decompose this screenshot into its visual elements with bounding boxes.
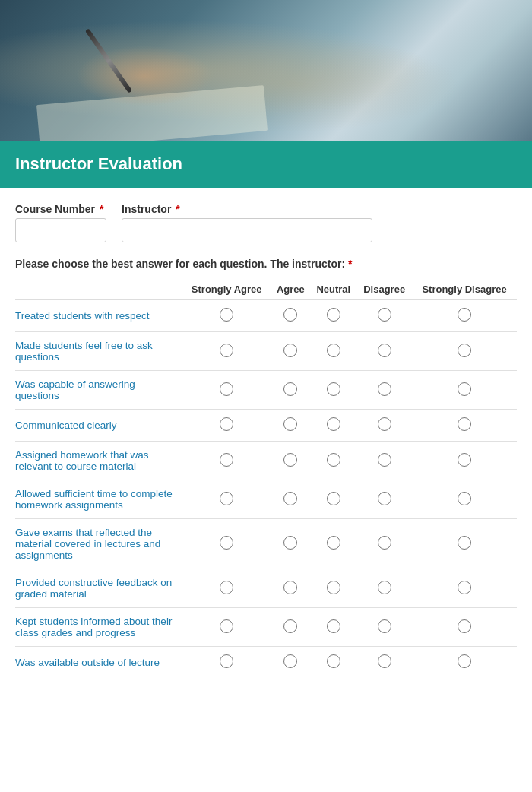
radio-q6-disagree[interactable] <box>378 492 391 505</box>
col-strongly-agree: Strongly Agree <box>182 279 271 300</box>
radio-q5-disagree[interactable] <box>378 453 391 467</box>
radio-q7-neutral[interactable] <box>327 536 340 550</box>
radio-cell-q9-neutral <box>310 608 356 647</box>
radio-q1-agree[interactable] <box>283 308 297 322</box>
radio-q10-agree[interactable] <box>283 654 297 668</box>
table-header-row: Strongly Agree Agree Neutral Disagree St… <box>15 279 517 300</box>
radio-cell-q8-neutral <box>310 569 356 608</box>
instructions-text: Please choose the best answer for each q… <box>15 258 517 270</box>
radio-q5-strongly-disagree[interactable] <box>458 453 471 467</box>
radio-q4-disagree[interactable] <box>378 417 391 431</box>
radio-cell-q7-disagree <box>356 519 412 569</box>
radio-cell-q7-agree <box>271 519 310 569</box>
radio-q2-disagree[interactable] <box>378 344 391 357</box>
radio-q3-agree[interactable] <box>283 382 297 396</box>
instructor-label: Instructor * <box>122 203 372 215</box>
radio-cell-q6-strongly-disagree <box>412 480 517 519</box>
radio-q1-disagree[interactable] <box>378 308 391 322</box>
radio-q9-strongly-disagree[interactable] <box>458 619 471 633</box>
radio-q8-strongly-agree[interactable] <box>220 581 233 594</box>
radio-q2-strongly-disagree[interactable] <box>458 344 471 357</box>
radio-q1-strongly-agree[interactable] <box>220 308 233 322</box>
page-title: Instructor Evaluation <box>15 154 517 174</box>
table-row: Allowed sufficient time to complete home… <box>15 480 517 519</box>
radio-cell-q4-strongly-disagree <box>412 410 517 442</box>
radio-q3-neutral[interactable] <box>327 382 340 396</box>
instructor-input[interactable] <box>122 218 372 242</box>
evaluation-table: Strongly Agree Agree Neutral Disagree St… <box>15 279 517 678</box>
radio-q8-agree[interactable] <box>283 581 297 594</box>
question-text-q6: Allowed sufficient time to complete home… <box>15 480 182 519</box>
radio-cell-q1-neutral <box>310 300 356 332</box>
radio-q9-neutral[interactable] <box>327 619 340 633</box>
radio-q7-strongly-agree[interactable] <box>220 536 233 550</box>
radio-q10-disagree[interactable] <box>378 654 391 668</box>
radio-q7-disagree[interactable] <box>378 536 391 550</box>
col-disagree: Disagree <box>356 279 412 300</box>
radio-q8-neutral[interactable] <box>327 581 340 594</box>
question-text-q1: Treated students with respect <box>15 300 182 332</box>
question-text-q3: Was capable of answering questions <box>15 371 182 410</box>
table-row: Was capable of answering questions <box>15 371 517 410</box>
course-number-required: * <box>100 203 103 215</box>
radio-cell-q7-strongly-disagree <box>412 519 517 569</box>
radio-q1-neutral[interactable] <box>327 308 340 322</box>
radio-q9-strongly-agree[interactable] <box>220 619 233 633</box>
radio-cell-q2-disagree <box>356 332 412 371</box>
radio-q3-disagree[interactable] <box>378 382 391 396</box>
table-row: Treated students with respect <box>15 300 517 332</box>
radio-q4-strongly-agree[interactable] <box>220 417 233 431</box>
radio-cell-q5-neutral <box>310 442 356 480</box>
radio-q4-neutral[interactable] <box>327 417 340 431</box>
question-text-q2: Made students feel free to ask questions <box>15 332 182 371</box>
radio-q6-agree[interactable] <box>283 492 297 505</box>
radio-q6-strongly-agree[interactable] <box>220 492 233 505</box>
radio-cell-q6-disagree <box>356 480 412 519</box>
course-number-input[interactable] <box>15 218 106 242</box>
radio-cell-q4-strongly-agree <box>182 410 271 442</box>
radio-cell-q3-neutral <box>310 371 356 410</box>
col-neutral: Neutral <box>310 279 356 300</box>
radio-cell-q10-disagree <box>356 647 412 679</box>
radio-cell-q1-strongly-disagree <box>412 300 517 332</box>
radio-q7-agree[interactable] <box>283 536 297 550</box>
table-row: Assigned homework that was relevant to c… <box>15 442 517 480</box>
radio-q9-disagree[interactable] <box>378 619 391 633</box>
radio-q10-strongly-disagree[interactable] <box>458 654 471 668</box>
course-number-group: Course Number * <box>15 203 106 242</box>
radio-q4-agree[interactable] <box>283 417 297 431</box>
radio-cell-q1-disagree <box>356 300 412 332</box>
radio-q2-strongly-agree[interactable] <box>220 344 233 357</box>
radio-q10-neutral[interactable] <box>327 654 340 668</box>
radio-cell-q3-strongly-disagree <box>412 371 517 410</box>
radio-q2-agree[interactable] <box>283 344 297 357</box>
radio-cell-q3-agree <box>271 371 310 410</box>
radio-cell-q4-disagree <box>356 410 412 442</box>
radio-cell-q10-strongly-agree <box>182 647 271 679</box>
radio-q7-strongly-disagree[interactable] <box>458 536 471 550</box>
radio-q10-strongly-agree[interactable] <box>220 654 233 668</box>
col-agree: Agree <box>271 279 310 300</box>
col-question <box>15 279 182 300</box>
radio-cell-q2-neutral <box>310 332 356 371</box>
radio-q5-neutral[interactable] <box>327 453 340 467</box>
radio-q9-agree[interactable] <box>283 619 297 633</box>
radio-q6-strongly-disagree[interactable] <box>458 492 471 505</box>
radio-q1-strongly-disagree[interactable] <box>458 308 471 322</box>
radio-q4-strongly-disagree[interactable] <box>458 417 471 431</box>
radio-q5-strongly-agree[interactable] <box>220 453 233 467</box>
question-text-q8: Provided constructive feedback on graded… <box>15 569 182 608</box>
radio-q8-disagree[interactable] <box>378 581 391 594</box>
radio-q3-strongly-agree[interactable] <box>220 382 233 396</box>
radio-q8-strongly-disagree[interactable] <box>458 581 471 594</box>
radio-cell-q8-disagree <box>356 569 412 608</box>
radio-q6-neutral[interactable] <box>327 492 340 505</box>
radio-q3-strongly-disagree[interactable] <box>458 382 471 396</box>
radio-cell-q9-strongly-disagree <box>412 608 517 647</box>
radio-q2-neutral[interactable] <box>327 344 340 357</box>
course-number-label: Course Number * <box>15 203 106 215</box>
radio-q5-agree[interactable] <box>283 453 297 467</box>
radio-cell-q2-agree <box>271 332 310 371</box>
radio-cell-q6-strongly-agree <box>182 480 271 519</box>
radio-cell-q1-agree <box>271 300 310 332</box>
